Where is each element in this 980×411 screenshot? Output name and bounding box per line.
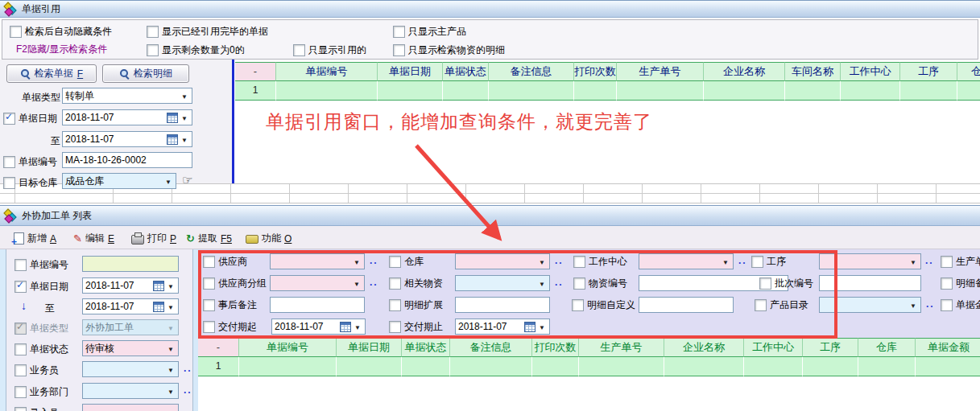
table-cell[interactable] [337,357,402,376]
column-header[interactable]: 打印次数 [574,62,617,81]
list-doc-date-checkbox[interactable] [14,281,27,293]
panel-divider[interactable] [192,249,198,411]
column-header[interactable]: 工序 [803,338,858,357]
column-header[interactable]: - [235,62,276,81]
sales-dept-browse[interactable]: .. [184,384,192,396]
table-cell[interactable] [443,81,489,101]
edit-button[interactable]: ✎ 编辑E [69,230,118,247]
calendar-icon[interactable] [153,281,164,291]
product-catalog-browse[interactable]: .. [926,298,935,310]
entry-clerk-select[interactable] [82,404,179,411]
auto-hide-checkbox[interactable] [10,26,22,38]
list-doc-no-checkbox[interactable] [14,259,27,271]
list-doc-status-checkbox[interactable] [14,343,27,356]
print-button[interactable]: 打印P [127,230,180,247]
table-cell[interactable] [489,81,574,101]
column-header[interactable]: 工作中心 [841,62,900,81]
chevron-down-icon[interactable] [180,112,189,123]
show-zero-qty-checkbox[interactable] [147,44,159,56]
chevron-down-icon[interactable] [163,175,173,187]
chevron-down-icon[interactable] [166,364,176,375]
doc-amount-checkbox[interactable] [941,299,953,311]
column-header[interactable]: 打印次数 [532,338,579,357]
column-header[interactable]: 生产单号 [617,62,704,81]
only-searched-detail-checkbox[interactable] [393,44,405,56]
column-header[interactable]: 工作中心 [744,338,803,357]
column-header[interactable]: 车间名称 [785,62,841,81]
table-cell[interactable] [579,357,664,376]
table-cell[interactable] [841,81,900,101]
table-cell[interactable] [916,357,980,376]
function-button[interactable]: 功能O [242,230,296,247]
row-number-cell[interactable]: 1 [198,357,239,376]
table-cell[interactable] [574,81,617,101]
column-header[interactable]: 单据状态 [443,62,489,81]
calendar-icon[interactable] [153,302,164,312]
calendar-icon[interactable] [167,113,178,123]
target-warehouse-select[interactable]: 成品仓库 [62,173,176,189]
checkbox-only-searched-detail[interactable]: 只显示检索物资的明细 [393,42,505,58]
doc-no-checkbox[interactable] [3,156,15,168]
column-header[interactable]: 仓库 [957,62,980,81]
checkbox-auto-hide[interactable]: 检索后自动隐藏条件 [10,23,112,39]
table-cell[interactable] [239,357,337,376]
hand-pointer-icon[interactable]: ☞ [182,174,192,187]
table-row[interactable]: 1 [235,81,980,101]
checkbox-only-referenced[interactable]: 只显示引用的 [293,42,366,58]
column-header[interactable]: 单据编号 [276,62,378,81]
checkbox-only-main-product[interactable]: 只显示主产品 [393,23,466,39]
checkbox-show-referenced-done[interactable]: 显示已经引用完毕的单据 [147,23,268,39]
target-warehouse-checkbox[interactable] [3,177,15,189]
table-cell[interactable] [858,357,916,376]
entry-clerk-checkbox[interactable] [14,407,27,411]
chevron-down-icon[interactable] [180,90,189,101]
column-header[interactable]: 生产单号 [579,338,664,357]
table-cell[interactable] [957,81,980,101]
salesman-select[interactable] [82,361,179,377]
table-cell[interactable] [532,357,579,376]
process-browse[interactable]: .. [925,255,934,266]
table-cell[interactable] [803,357,858,376]
sales-dept-select[interactable] [82,383,179,399]
list-doc-date-to-field[interactable]: 2018-11-07 [82,298,179,314]
column-header[interactable]: - [198,338,239,357]
column-header[interactable]: 单据日期 [337,338,402,357]
table-cell[interactable] [744,357,803,376]
doc-no-input[interactable]: MA-18-10-26-0002 [62,152,192,168]
column-header[interactable]: 单据编号 [239,338,337,357]
table-cell[interactable] [900,81,957,101]
salesman-browse[interactable]: .. [184,363,192,374]
table-cell[interactable] [617,81,704,101]
detail-note-checkbox[interactable] [941,277,953,290]
only-main-product-checkbox[interactable] [393,26,405,38]
only-referenced-checkbox[interactable] [293,44,305,56]
table-cell[interactable] [704,81,785,101]
table-cell[interactable] [276,81,378,101]
add-button[interactable]: 新增A [10,230,60,247]
column-header[interactable]: 仓库 [858,338,916,357]
doc-type-select[interactable]: 转制单 [62,88,192,104]
chevron-down-icon[interactable] [908,299,918,310]
calendar-icon[interactable] [167,134,178,145]
search-details-button[interactable]: 检索明细 [102,64,189,83]
salesman-checkbox[interactable] [14,364,27,376]
sales-dept-checkbox[interactable] [14,386,27,398]
chevron-down-icon[interactable] [166,406,176,411]
doc-date-to-field[interactable]: 2018-11-07 [62,131,192,147]
list-doc-status-select[interactable]: 待审核 [82,340,179,356]
chevron-down-icon[interactable] [180,134,189,145]
search-documents-button[interactable]: 检索单据 F [6,64,97,83]
table-row[interactable]: 1 [198,357,980,376]
table-cell[interactable] [378,81,443,101]
doc-date-checkbox[interactable] [3,113,15,125]
show-referenced-done-checkbox[interactable] [147,26,159,38]
chevron-down-icon[interactable] [166,301,176,312]
table-cell[interactable] [402,357,450,376]
checkbox-show-zero-qty[interactable]: 显示剩余数量为0的 [147,42,245,58]
column-header[interactable]: 企业名称 [704,62,785,81]
column-header[interactable]: 单据金额 [916,338,980,357]
column-header[interactable]: 工序 [900,62,957,81]
list-doc-no-input[interactable] [82,256,179,272]
column-header[interactable]: 备注信息 [489,62,574,81]
column-header[interactable]: 单据日期 [378,62,443,81]
